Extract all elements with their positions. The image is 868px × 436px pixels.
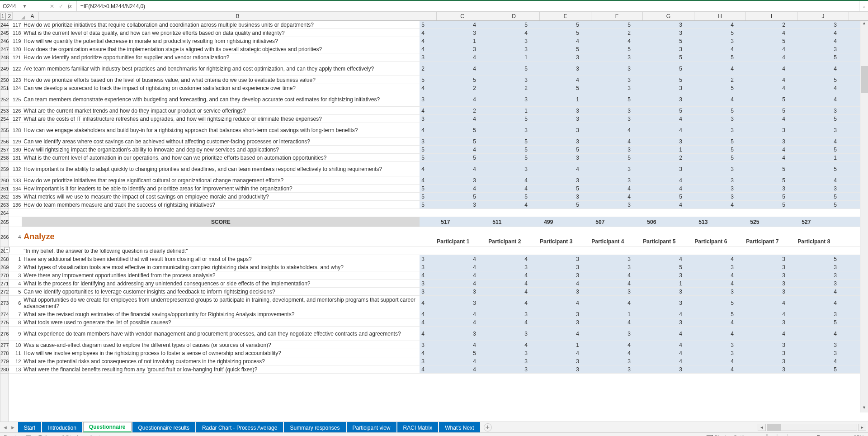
- cell[interactable]: 9: [9, 327, 22, 341]
- sheet-tab[interactable]: What's Next: [439, 422, 480, 432]
- row-header[interactable]: 270: [0, 271, 9, 280]
- confirm-icon[interactable]: ✓: [59, 3, 63, 9]
- cell[interactable]: 4: [523, 288, 574, 295]
- cell[interactable]: 5: [729, 84, 780, 92]
- cell[interactable]: 4: [677, 201, 729, 209]
- col-header-I[interactable]: I: [746, 12, 797, 20]
- cell[interactable]: 119: [9, 37, 22, 45]
- cell[interactable]: 131: [9, 154, 22, 161]
- cell[interactable]: 3: [471, 45, 523, 53]
- cell[interactable]: 3: [574, 123, 626, 137]
- cell[interactable]: Participant 8: [780, 227, 832, 246]
- cell[interactable]: 4: [471, 271, 523, 279]
- cell[interactable]: 3: [677, 271, 729, 279]
- cell-grid[interactable]: 117How do we prioritize initiatives that…: [9, 21, 868, 422]
- cell[interactable]: 4: [626, 37, 677, 45]
- cell[interactable]: How do we prioritize initiatives that re…: [22, 21, 420, 28]
- cell[interactable]: "In my belief, the answer to the followi…: [22, 247, 420, 255]
- row-header[interactable]: 253: [0, 107, 9, 115]
- cell[interactable]: 3: [626, 201, 677, 209]
- cell[interactable]: 5: [574, 45, 626, 53]
- row-header[interactable]: 275: [0, 318, 9, 327]
- cell[interactable]: 125: [9, 92, 22, 106]
- cell[interactable]: 5: [523, 146, 574, 153]
- cell[interactable]: 4: [626, 349, 677, 357]
- cell[interactable]: 4: [420, 365, 471, 373]
- cell[interactable]: 4: [729, 45, 780, 53]
- cell[interactable]: 3: [523, 92, 574, 106]
- cell[interactable]: 3: [420, 280, 471, 287]
- cell[interactable]: 4: [729, 357, 780, 365]
- cell[interactable]: 6: [9, 296, 22, 310]
- cell[interactable]: 3: [574, 154, 626, 161]
- cell[interactable]: 4: [420, 176, 471, 184]
- zoom-out-button[interactable]: −: [791, 435, 794, 436]
- row-header[interactable]: 276: [0, 327, 9, 341]
- cell[interactable]: 5: [420, 146, 471, 153]
- cell[interactable]: 4: [523, 271, 574, 279]
- cell[interactable]: 5: [471, 193, 523, 200]
- cell[interactable]: 3: [729, 176, 780, 184]
- cell[interactable]: 4: [420, 84, 471, 92]
- cell[interactable]: 4: [780, 45, 832, 53]
- sheet-tab[interactable]: Radar Chart - Process Average: [196, 422, 283, 432]
- cell[interactable]: 4: [471, 280, 523, 287]
- cell[interactable]: 4: [574, 37, 626, 45]
- cell[interactable]: 129: [9, 137, 22, 145]
- cell[interactable]: Participant 5: [626, 227, 677, 246]
- cell[interactable]: 3: [677, 92, 729, 106]
- cell[interactable]: 4: [574, 280, 626, 287]
- cell[interactable]: 5: [729, 310, 780, 318]
- cell[interactable]: 5: [471, 76, 523, 84]
- cell[interactable]: 5: [677, 193, 729, 200]
- cell[interactable]: 3: [780, 263, 832, 271]
- row-header[interactable]: 258: [0, 154, 9, 162]
- cell[interactable]: 3: [574, 53, 626, 61]
- cell[interactable]: 4: [626, 193, 677, 200]
- cell[interactable]: Are team members familiar with industry …: [22, 62, 420, 76]
- cell[interactable]: 3: [780, 357, 832, 365]
- view-mode-buttons[interactable]: ▦ ▥ ▤: [757, 434, 788, 436]
- cell[interactable]: 3: [420, 92, 471, 106]
- cell[interactable]: 5: [780, 37, 832, 45]
- cell[interactable]: 120: [9, 45, 22, 53]
- cell[interactable]: 3: [780, 318, 832, 326]
- cell[interactable]: 3: [471, 176, 523, 184]
- cancel-icon[interactable]: ✕: [50, 3, 54, 9]
- cell[interactable]: 511: [471, 217, 523, 227]
- cell[interactable]: 3: [626, 76, 677, 84]
- cell[interactable]: 3: [729, 349, 780, 357]
- cell[interactable]: 3: [626, 176, 677, 184]
- sheet-tab[interactable]: Questionnaire: [83, 422, 132, 432]
- cell[interactable]: 4: [780, 146, 832, 153]
- row-header[interactable]: 260: [0, 176, 9, 185]
- cell[interactable]: [729, 209, 780, 217]
- row-header[interactable]: 244: [0, 21, 9, 29]
- cell[interactable]: 2: [780, 21, 832, 28]
- row-header[interactable]: 264: [0, 209, 9, 217]
- cell[interactable]: Participant 7: [729, 227, 780, 246]
- cell[interactable]: 5: [780, 107, 832, 114]
- cell[interactable]: 4: [626, 271, 677, 279]
- row-header[interactable]: 250: [0, 76, 9, 84]
- cell[interactable]: 4: [471, 146, 523, 153]
- cell[interactable]: 3: [677, 318, 729, 326]
- row-header[interactable]: 266: [0, 227, 9, 247]
- cell[interactable]: 3: [626, 288, 677, 295]
- cell[interactable]: SCORE: [22, 217, 420, 227]
- cell[interactable]: 1: [523, 107, 574, 114]
- row-header[interactable]: 248: [0, 53, 9, 62]
- cell[interactable]: 5: [420, 201, 471, 209]
- cell[interactable]: 4: [729, 365, 780, 373]
- cell[interactable]: 4: [780, 53, 832, 61]
- cell[interactable]: Can team members demonstrate experience …: [22, 92, 420, 106]
- cell[interactable]: 4: [729, 62, 780, 76]
- cell[interactable]: 5: [729, 137, 780, 145]
- cell[interactable]: 4: [523, 176, 574, 184]
- cell[interactable]: 133: [9, 176, 22, 184]
- col-header-F[interactable]: F: [591, 12, 643, 20]
- row-header[interactable]: 259: [0, 162, 9, 176]
- cell[interactable]: 5: [9, 288, 22, 295]
- cell[interactable]: 5: [420, 154, 471, 161]
- cell[interactable]: 3: [780, 123, 832, 137]
